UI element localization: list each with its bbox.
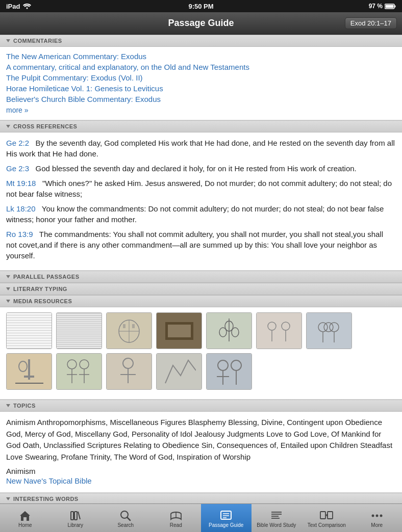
cross-ref-label-3[interactable]: Lk 18:20	[6, 204, 36, 213]
svg-point-59	[371, 515, 374, 517]
bible-word-study-icon	[270, 510, 283, 521]
svg-point-19	[318, 323, 328, 332]
commentaries-section-header[interactable]: COMMENTARIES	[0, 35, 402, 47]
media-resources-label: MEDIA RESOURCES	[13, 298, 72, 304]
svg-point-21	[330, 323, 339, 332]
literary-typing-label: LITERARY TYPING	[13, 286, 67, 292]
parallel-passages-section-header[interactable]: PARALLEL PASSAGES	[0, 271, 402, 283]
cross-ref-label-0[interactable]: Ge 2:2	[6, 139, 29, 147]
svg-point-17	[282, 322, 290, 330]
media-thumb-8[interactable]	[56, 353, 102, 390]
media-resources-grid	[0, 307, 402, 400]
library-icon	[70, 510, 81, 521]
svg-point-37	[218, 360, 228, 370]
home-icon	[19, 510, 31, 521]
cross-ref-text-0: By the seventh day, God completed His wo…	[6, 139, 395, 158]
tab-search[interactable]: Search	[100, 504, 151, 532]
commentary-more-link[interactable]: more »	[6, 106, 29, 114]
svg-point-26	[19, 361, 27, 371]
svg-rect-44	[74, 512, 77, 520]
wifi-icon	[23, 3, 31, 9]
cross-ref-label-1[interactable]: Ge 2:3	[6, 164, 29, 173]
svg-rect-56	[320, 512, 325, 519]
status-bar-time: 9:50 PM	[188, 3, 213, 10]
media-thumb-3[interactable]	[156, 312, 202, 349]
topic-item-animism: Animism	[6, 467, 396, 475]
media-thumb-6[interactable]	[306, 312, 352, 349]
cross-refs-section-header[interactable]: CROSS REFERENCES	[0, 120, 402, 132]
cross-ref-text-1: God blessed the seventh day and declared…	[36, 164, 357, 173]
tab-read-label: Read	[170, 522, 182, 528]
svg-point-34	[123, 358, 133, 368]
svg-point-14	[232, 328, 239, 337]
media-thumb-7[interactable]	[6, 353, 52, 390]
media-thumb-4[interactable]	[206, 312, 252, 349]
tab-more[interactable]: More	[352, 504, 403, 532]
svg-rect-2	[395, 5, 396, 7]
commentary-item-4[interactable]: Believer's Church Bible Commentary: Exod…	[6, 95, 396, 103]
cross-refs-list: Ge 2:2 By the seventh day, God completed…	[0, 132, 402, 271]
commentary-item-1[interactable]: A commentary, critical and explanatory, …	[6, 63, 396, 71]
main-content: COMMENTARIES The New American Commentary…	[0, 35, 402, 503]
literary-triangle-icon	[6, 287, 10, 290]
svg-point-13	[219, 328, 227, 337]
device-label: iPad	[6, 3, 20, 10]
svg-rect-10	[168, 325, 191, 337]
svg-point-15	[268, 322, 276, 330]
interesting-words-section-header[interactable]: INTERESTING WORDS	[0, 493, 402, 503]
commentary-item-0[interactable]: The New American Commentary: Exodus	[6, 52, 396, 61]
literary-typing-section-header[interactable]: LITERARY TYPING	[0, 283, 402, 295]
cross-ref-2: Mt 19:18 "Which ones?" he asked Him. Jes…	[6, 178, 396, 199]
topics-section-header[interactable]: TOPICS	[0, 400, 402, 412]
media-thumb-9[interactable]	[106, 353, 152, 390]
svg-rect-57	[328, 512, 333, 519]
tab-more-label: More	[371, 522, 383, 528]
tab-text-comparison[interactable]: Text Comparison	[302, 504, 352, 532]
svg-point-0	[27, 8, 28, 9]
commentaries-label: COMMENTARIES	[13, 38, 62, 44]
svg-line-46	[128, 518, 131, 521]
tab-library-label: Library	[67, 522, 83, 528]
commentary-item-2[interactable]: The Pulpit Commentary: Exodus (Vol. II)	[6, 73, 396, 82]
commentary-item-3[interactable]: Horae Homileticae Vol. 1: Genesis to Lev…	[6, 84, 396, 93]
tab-bible-word-study-label: Bible Word Study	[257, 522, 296, 528]
page-title: Passage Guide	[168, 18, 234, 29]
cross-ref-label-4[interactable]: Ro 13:9	[6, 230, 33, 238]
tab-library[interactable]: Library	[51, 504, 101, 532]
svg-point-23	[324, 323, 333, 332]
media-thumb-11[interactable]	[206, 353, 252, 390]
tab-read[interactable]: Read	[151, 504, 202, 532]
topic-naves-link[interactable]: New Nave's Topical Bible	[6, 476, 396, 485]
parallel-triangle-icon	[6, 275, 10, 278]
cross-ref-text-4: The commandments: You shall not commit a…	[6, 230, 383, 260]
svg-rect-8	[132, 324, 135, 328]
media-thumb-5[interactable]	[256, 312, 302, 349]
passage-guide-icon	[219, 510, 233, 521]
media-thumb-1[interactable]	[56, 312, 102, 349]
status-bar-right: 97 %	[369, 3, 396, 10]
tab-bible-word-study[interactable]: Bible Word Study	[252, 504, 302, 532]
media-resources-section-header[interactable]: MEDIA RESOURCES	[0, 295, 402, 307]
tab-passage-guide[interactable]: Passage Guide	[201, 504, 252, 532]
cross-ref-label-2[interactable]: Mt 19:18	[6, 179, 36, 188]
topics-content: Animism Anthropomorphisms, Miscellaneous…	[0, 412, 402, 493]
cross-refs-label: CROSS REFERENCES	[13, 123, 77, 129]
media-thumb-2[interactable]	[106, 312, 152, 349]
tab-home-label: Home	[18, 522, 32, 528]
read-icon	[170, 510, 182, 521]
tab-search-label: Search	[117, 522, 134, 528]
topics-triangle-icon	[6, 404, 10, 407]
cross-ref-0: Ge 2:2 By the seventh day, God completed…	[6, 138, 396, 159]
commentaries-triangle-icon	[6, 39, 10, 42]
passage-reference[interactable]: Exod 20:1–17	[345, 17, 397, 29]
svg-point-40	[231, 360, 241, 370]
battery-icon	[385, 4, 396, 9]
media-thumb-0[interactable]	[6, 312, 52, 349]
tab-passage-guide-label: Passage Guide	[209, 522, 243, 528]
interesting-words-triangle-icon	[6, 497, 10, 500]
media-thumb-10[interactable]	[156, 353, 202, 390]
topics-body-text: Animism Anthropomorphisms, Miscellaneous…	[6, 417, 396, 463]
more-icon	[371, 510, 383, 521]
media-triangle-icon	[6, 300, 10, 303]
tab-home[interactable]: Home	[0, 504, 51, 532]
